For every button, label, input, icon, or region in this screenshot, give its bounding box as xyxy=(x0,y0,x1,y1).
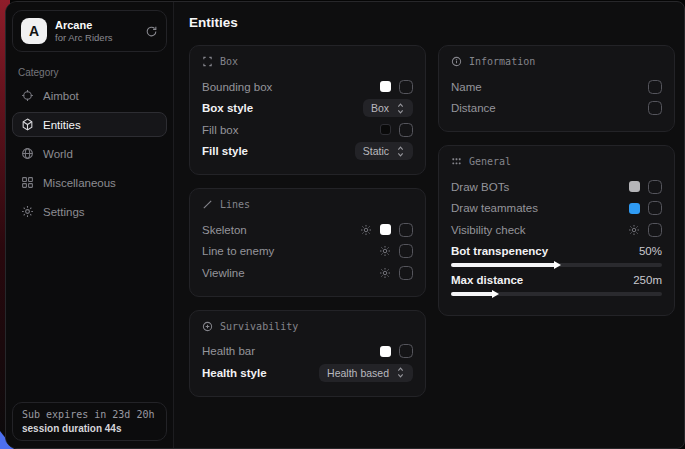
sync-icon[interactable] xyxy=(145,25,158,38)
line-icon xyxy=(202,199,213,210)
setting-label: Box style xyxy=(202,102,253,114)
panel-title: Survivability xyxy=(220,321,298,332)
max-distance-slider[interactable] xyxy=(451,292,662,296)
setting-label: Draw teammates xyxy=(451,202,538,214)
dropdown-value: Box xyxy=(371,102,389,114)
sidebar-item-miscellaneous[interactable]: Miscellaneous xyxy=(12,170,167,195)
health-style-dropdown[interactable]: Health based xyxy=(319,364,413,382)
setting-label: Line to enemy xyxy=(202,245,274,257)
chevron-updown-icon xyxy=(396,367,405,378)
checkbox[interactable] xyxy=(648,180,662,194)
slider-thumb[interactable] xyxy=(554,261,561,269)
setting-label: Bot transpenency xyxy=(451,245,548,257)
info-icon xyxy=(451,56,462,67)
sidebar-item-label: Settings xyxy=(43,206,85,218)
setting-row-fill-style: Fill style Static xyxy=(202,141,413,163)
setting-label: Skeleton xyxy=(202,224,247,236)
health-icon xyxy=(202,321,213,332)
slider-thumb[interactable] xyxy=(492,290,499,298)
setting-label: Draw BOTs xyxy=(451,181,509,193)
panel-title: Box xyxy=(220,56,238,67)
checkbox[interactable] xyxy=(648,223,662,237)
setting-label: Visibility check xyxy=(451,224,526,236)
sidebar-nav: Aimbot Entities World xyxy=(6,83,173,224)
sidebar-item-label: Miscellaneous xyxy=(43,177,116,189)
brand-logo: A xyxy=(21,18,47,44)
color-swatch[interactable] xyxy=(629,203,640,214)
panel-title: Information xyxy=(469,56,535,67)
slider-value: 250m xyxy=(633,274,662,286)
setting-row-bounding-box: Bounding box xyxy=(202,76,413,98)
sidebar-item-aimbot[interactable]: Aimbot xyxy=(12,83,167,108)
setting-label: Fill style xyxy=(202,145,248,157)
panel-lines: Lines Skeleton xyxy=(189,188,426,297)
setting-row-line-to-enemy: Line to enemy xyxy=(202,241,413,263)
setting-label: Fill box xyxy=(202,124,238,136)
sidebar-item-world[interactable]: World xyxy=(12,141,167,166)
color-swatch[interactable] xyxy=(380,81,391,92)
panel-title: General xyxy=(469,156,511,167)
slider-value: 50% xyxy=(639,245,662,257)
crosshair-icon xyxy=(21,89,34,102)
setting-row-draw-bots: Draw BOTs xyxy=(451,176,662,198)
dropdown-value: Static xyxy=(363,145,389,157)
brand-title: Arcane xyxy=(55,19,137,31)
setting-row-health-style: Health style Health based xyxy=(202,362,413,384)
right-column: Information Name Distance xyxy=(438,45,675,397)
checkbox[interactable] xyxy=(399,123,413,137)
checkbox[interactable] xyxy=(399,266,413,280)
sidebar-item-label: Aimbot xyxy=(43,90,79,102)
sidebar: A Arcane for Arc Riders Category Aimbot xyxy=(6,2,174,448)
color-swatch[interactable] xyxy=(380,224,391,235)
color-swatch[interactable] xyxy=(380,346,391,357)
dropdown-value: Health based xyxy=(327,367,389,379)
setting-label: Health style xyxy=(202,367,267,379)
sidebar-item-label: Entities xyxy=(43,119,81,131)
gear-icon[interactable] xyxy=(379,245,391,257)
chevron-updown-icon xyxy=(396,103,405,114)
setting-label: Health bar xyxy=(202,345,255,357)
gear-icon xyxy=(21,205,34,218)
category-label: Category xyxy=(18,67,161,78)
fill-style-dropdown[interactable]: Static xyxy=(355,142,413,160)
sidebar-item-settings[interactable]: Settings xyxy=(12,199,167,224)
box-style-dropdown[interactable]: Box xyxy=(363,99,413,117)
setting-row-draw-teammates: Draw teammates xyxy=(451,198,662,220)
chevron-updown-icon xyxy=(396,146,405,157)
checkbox[interactable] xyxy=(648,80,662,94)
sidebar-item-entities[interactable]: Entities xyxy=(12,112,167,137)
setting-label: Name xyxy=(451,81,482,93)
setting-label: Viewline xyxy=(202,267,245,279)
checkbox[interactable] xyxy=(399,223,413,237)
panel-general: General Draw BOTs Draw teammates xyxy=(438,145,675,316)
checkbox[interactable] xyxy=(399,80,413,94)
setting-row-distance: Distance xyxy=(451,98,662,120)
brand-subtitle: for Arc Riders xyxy=(55,32,137,43)
setting-row-fill-box: Fill box xyxy=(202,119,413,141)
entities-icon xyxy=(21,118,34,131)
color-swatch[interactable] xyxy=(629,181,640,192)
color-swatch[interactable] xyxy=(380,124,391,135)
setting-row-box-style: Box style Box xyxy=(202,98,413,120)
gear-icon[interactable] xyxy=(628,224,640,236)
box-brackets-icon xyxy=(202,56,213,67)
checkbox[interactable] xyxy=(399,244,413,258)
brand-card: A Arcane for Arc Riders xyxy=(12,10,167,52)
checkbox[interactable] xyxy=(648,101,662,115)
page-title: Entities xyxy=(189,15,669,30)
bot-transparency-slider[interactable] xyxy=(451,263,662,267)
setting-row-name: Name xyxy=(451,76,662,98)
gear-icon[interactable] xyxy=(360,224,372,236)
checkbox[interactable] xyxy=(399,344,413,358)
sub-expiry-text: Sub expires in 23d 20h xyxy=(22,409,157,420)
max-distance-group: Max distance 250m xyxy=(451,274,662,296)
checkbox[interactable] xyxy=(648,201,662,215)
left-column: Box Bounding box Box style Box xyxy=(189,45,426,397)
sidebar-item-label: World xyxy=(43,148,73,160)
gear-icon[interactable] xyxy=(379,267,391,279)
setting-row-skeleton: Skeleton xyxy=(202,219,413,241)
panel-box: Box Bounding box Box style Box xyxy=(189,45,426,175)
layout-icon xyxy=(451,156,462,167)
setting-row-health-bar: Health bar xyxy=(202,341,413,363)
brand-text: Arcane for Arc Riders xyxy=(55,19,137,43)
